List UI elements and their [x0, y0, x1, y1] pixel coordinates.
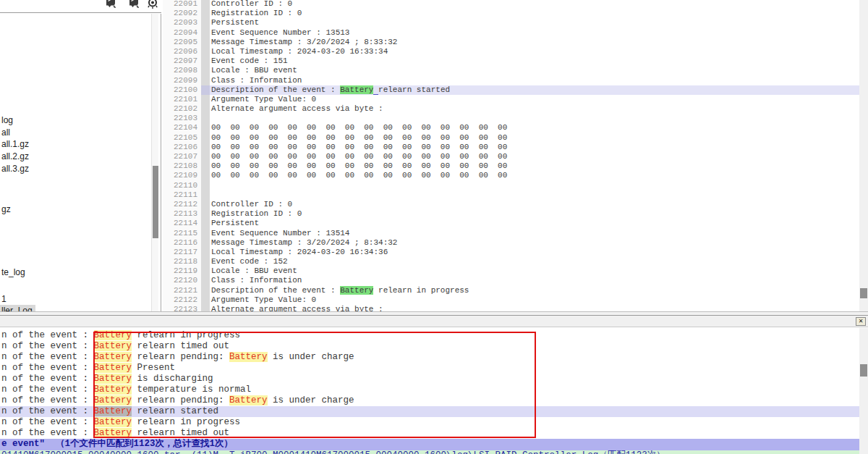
- editor-line[interactable]: 22093Persistent: [163, 18, 859, 28]
- fold-margin: [201, 47, 210, 56]
- file-tree-item[interactable]: log: [0, 114, 16, 126]
- search-result-row[interactable]: n of the event : Battery relearn in prog…: [0, 330, 859, 341]
- search-result-row[interactable]: n of the event : Battery is discharging: [0, 374, 859, 384]
- editor-line[interactable]: 22117Local Timestamp : 2024-03-20 16:34:…: [163, 248, 859, 257]
- fold-margin: [201, 18, 210, 28]
- line-text: Local Timestamp : 2024-03-20 16:33:34: [210, 47, 859, 56]
- editor-line[interactable]: 22102Alternate argument access via byte …: [163, 104, 859, 114]
- search-result-row[interactable]: n of the event : Battery temperature is …: [0, 384, 859, 395]
- fold-margin: [201, 286, 210, 295]
- fold-margin: [201, 38, 210, 47]
- line-number: 22106: [163, 143, 201, 152]
- line-number: 22115: [163, 229, 201, 238]
- search-result-row[interactable]: n of the event : Battery relearn pending…: [0, 395, 859, 406]
- file-tree-item[interactable]: gz: [0, 203, 14, 215]
- eye-icon[interactable]: [147, 0, 158, 9]
- file-tree-item[interactable]: all.3.gz: [0, 163, 32, 175]
- editor-line[interactable]: 22110: [163, 181, 859, 190]
- line-text: [210, 181, 859, 190]
- line-number: 22117: [163, 248, 201, 257]
- fold-margin: [201, 133, 210, 143]
- file-tree-item[interactable]: all: [0, 127, 13, 138]
- editor-line[interactable]: 22111: [163, 190, 859, 200]
- scrollbar-track[interactable]: [859, 328, 868, 454]
- fold-margin: [201, 257, 210, 266]
- fold-margin: [201, 152, 210, 161]
- line-number: 22094: [163, 28, 201, 38]
- editor-line[interactable]: 22101Argument Type Value: 0: [163, 95, 859, 104]
- scrollbar-track[interactable]: [859, 0, 868, 311]
- line-text: Argument Type Value: 0: [210, 295, 859, 305]
- file-tree-item[interactable]: 1: [0, 293, 9, 305]
- editor-line[interactable]: 22118Event code : 152: [163, 257, 859, 266]
- editor-line[interactable]: 2210800 00 00 00 00 00 00 00 00 00 00 00…: [163, 161, 859, 171]
- editor-line[interactable]: 2210500 00 00 00 00 00 00 00 00 00 00 00…: [163, 133, 859, 143]
- line-text: 00 00 00 00 00 00 00 00 00 00 00 00 00 0…: [210, 171, 859, 180]
- file-tree-item[interactable]: te_log: [0, 266, 28, 278]
- editor-line[interactable]: 22097Event code : 151: [163, 56, 859, 66]
- editor-line[interactable]: 22120Class : Information: [163, 276, 859, 285]
- line-number: 22109: [163, 171, 201, 180]
- line-text: 00 00 00 00 00 00 00 00 00 00 00 00 00 0…: [210, 161, 859, 171]
- line-number: 22095: [163, 38, 201, 47]
- line-number: 22116: [163, 238, 201, 248]
- file-tree-item[interactable]: ller_Log: [0, 305, 35, 311]
- file-tree-item[interactable]: all.1.gz: [0, 138, 32, 150]
- search-file-path[interactable]: 01410M617000015-00040000-1600.tar (11)M-…: [0, 450, 859, 454]
- search-result-row[interactable]: n of the event : Battery relearn timed o…: [0, 428, 859, 439]
- editor-line[interactable]: 2210600 00 00 00 00 00 00 00 00 00 00 00…: [163, 143, 859, 152]
- fold-margin: [201, 0, 210, 9]
- editor-line[interactable]: 22121Description of the event : Battery …: [163, 286, 859, 295]
- editor-line[interactable]: 22103: [163, 114, 859, 123]
- scrollbar-thumb[interactable]: [860, 364, 867, 377]
- search-result-row[interactable]: n of the event : Battery relearn pending…: [0, 352, 859, 363]
- line-number: 22105: [163, 133, 201, 143]
- editor-line[interactable]: 22094Event Sequence Number : 13513: [163, 28, 859, 38]
- scrollbar-thumb[interactable]: [153, 166, 158, 238]
- line-number: 22100: [163, 85, 201, 95]
- line-text: Alternate argument access via byte :: [210, 305, 859, 311]
- editor-line[interactable]: 22113Registration ID : 0: [163, 209, 859, 219]
- editor-line[interactable]: 22096Local Timestamp : 2024-03-20 16:33:…: [163, 47, 859, 56]
- scrollbar-track[interactable]: [151, 14, 158, 311]
- result-rows: n of the event : Battery relearn in prog…: [0, 330, 859, 439]
- book-icon[interactable]: [128, 0, 140, 9]
- editor-line[interactable]: 22100Description of the event : Battery …: [163, 85, 859, 95]
- editor-line[interactable]: 22115Event Sequence Number : 13514: [163, 229, 859, 238]
- editor-line[interactable]: 22099Class : Information: [163, 76, 859, 85]
- editor-line[interactable]: 22095Message Timestamp : 3/20/2024 ; 8:3…: [163, 38, 859, 47]
- line-text: 00 00 00 00 00 00 00 00 00 00 00 00 00 0…: [210, 133, 859, 143]
- search-result-row[interactable]: n of the event : Battery relearn in prog…: [0, 417, 859, 428]
- log-editor[interactable]: 22091Controller ID : 022092Registration …: [163, 0, 868, 311]
- results-titlebar: ✕: [0, 316, 868, 327]
- editor-line[interactable]: 2210700 00 00 00 00 00 00 00 00 00 00 00…: [163, 152, 859, 161]
- editor-line[interactable]: 22116Message Timestamp : 3/20/2024 ; 8:3…: [163, 238, 859, 248]
- editor-line[interactable]: 2210400 00 00 00 00 00 00 00 00 00 00 00…: [163, 123, 859, 133]
- editor-line[interactable]: 2210900 00 00 00 00 00 00 00 00 00 00 00…: [163, 171, 859, 180]
- search-result-row[interactable]: n of the event : Battery relearn started: [0, 406, 859, 417]
- editor-line[interactable]: 22091Controller ID : 0: [163, 0, 859, 9]
- line-number: 22103: [163, 114, 201, 123]
- editor-line[interactable]: 22122Argument Type Value: 0: [163, 295, 859, 305]
- line-number: 22108: [163, 161, 201, 171]
- line-number: 22111: [163, 190, 201, 200]
- editor-line[interactable]: 22112Controller ID : 0: [163, 200, 859, 209]
- editor-line[interactable]: 22119Locale : BBU event: [163, 266, 859, 276]
- fold-margin: [201, 238, 210, 248]
- editor-line[interactable]: 22114Persistent: [163, 219, 859, 228]
- editor-line[interactable]: 22123Alternate argument access via byte …: [163, 305, 859, 311]
- file-tree-item[interactable]: all.2.gz: [0, 151, 32, 162]
- fold-margin: [201, 219, 210, 228]
- line-number: 22092: [163, 9, 201, 18]
- close-icon[interactable]: ✕: [856, 317, 866, 326]
- editor-line[interactable]: 22092Registration ID : 0: [163, 9, 859, 18]
- search-results-panel: n of the event : Battery relearn in prog…: [0, 328, 859, 454]
- line-number: 22107: [163, 152, 201, 161]
- book-icon[interactable]: [105, 0, 116, 9]
- scrollbar-thumb[interactable]: [860, 288, 867, 298]
- line-number: 22104: [163, 123, 201, 133]
- search-result-row[interactable]: n of the event : Battery relearn timed o…: [0, 341, 859, 352]
- search-result-row[interactable]: n of the event : Battery Present: [0, 363, 859, 374]
- editor-line[interactable]: 22098Locale : BBU event: [163, 66, 859, 75]
- fold-margin: [201, 143, 210, 152]
